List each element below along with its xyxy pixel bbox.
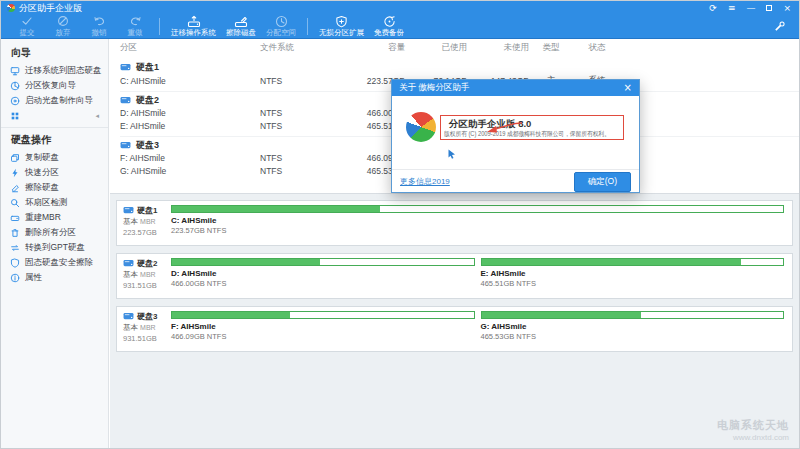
usage-fill bbox=[482, 259, 741, 265]
dialog-title: 关于 傲梅分区助手 bbox=[399, 82, 469, 94]
col-type: 类型 bbox=[529, 42, 573, 54]
wipe-disk-button[interactable]: 擦除磁盘 bbox=[226, 15, 256, 38]
app-window: 分区助手企业版 ⟳ ≡ — × 提交 放弃 撤销 重做 迁移操作 bbox=[0, 0, 800, 449]
more-grid-icon bbox=[10, 111, 20, 121]
disk-map-area: 硬盘1 基本 MBR 223.57GB C: AIHSmile 223.57GB… bbox=[110, 193, 799, 448]
minimize-button[interactable]: — bbox=[746, 1, 755, 15]
disk-size: 223.57GB bbox=[123, 228, 167, 237]
discard-button[interactable]: 放弃 bbox=[50, 15, 76, 38]
rebuild-mbr-icon bbox=[10, 213, 20, 223]
sidebar: 向导 迁移系统到固态硬盘 分区恢复向导 启动光盘制作向导 ◂ 硬盘操作 复制硬盘… bbox=[1, 39, 109, 448]
usage-fill bbox=[172, 312, 290, 318]
sidebar-section-wizards: 向导 bbox=[1, 42, 108, 63]
sidebar-item-copy-disk[interactable]: 复制硬盘 bbox=[1, 150, 108, 165]
disk-scheme: MBR bbox=[140, 324, 156, 331]
partition-block[interactable]: F: AIHSmile 466.09GB NTFS bbox=[171, 311, 475, 351]
disk-group-row[interactable]: 硬盘1 bbox=[120, 59, 799, 74]
hdd-icon bbox=[123, 259, 134, 268]
disk-name: 硬盘3 bbox=[137, 311, 157, 322]
disk-name: 硬盘2 bbox=[137, 258, 157, 269]
migrate-os-button[interactable]: 迁移操作系统 bbox=[171, 15, 216, 38]
hdd-icon bbox=[123, 206, 134, 215]
title-bar: 分区助手企业版 ⟳ ≡ — × bbox=[1, 1, 799, 15]
disk-scheme: MBR bbox=[140, 218, 156, 225]
magnifier-icon bbox=[10, 198, 20, 208]
partition-block[interactable]: E: AIHSmile 465.51GB NTFS bbox=[481, 258, 785, 298]
toolbar-separator bbox=[307, 18, 308, 35]
undo-button[interactable]: 撤销 bbox=[86, 15, 112, 38]
disk-panel-2[interactable]: 硬盘2 基本 MBR 931.51GB D: AIHSmile 466.00GB… bbox=[116, 253, 793, 299]
lightning-icon bbox=[10, 168, 20, 178]
col-unused: 未使用 bbox=[467, 42, 529, 54]
sidebar-item-migrate-to-ssd[interactable]: 迁移系统到固态硬盘 bbox=[1, 63, 108, 78]
redo-button[interactable]: 重做 bbox=[122, 15, 148, 38]
sidebar-item-delete-all-partitions[interactable]: 删除所有分区 bbox=[1, 225, 108, 240]
sidebar-item-quick-partition[interactable]: 快速分区 bbox=[1, 165, 108, 180]
sidebar-item-properties[interactable]: 属性 bbox=[1, 270, 108, 285]
apply-button[interactable]: 提交 bbox=[14, 15, 40, 38]
aomei-pie-logo bbox=[406, 112, 436, 142]
ok-button[interactable]: 确定(O) bbox=[574, 172, 631, 192]
sidebar-item-bad-sector-test[interactable]: 坏扇区检测 bbox=[1, 195, 108, 210]
collapse-arrow-icon[interactable]: ◂ bbox=[95, 112, 99, 120]
partition-block[interactable]: G: AIHSmile 465.53GB NTFS bbox=[481, 311, 785, 351]
disk-panel-1[interactable]: 硬盘1 基本 MBR 223.57GB C: AIHSmile 223.57GB… bbox=[116, 200, 793, 246]
free-backup-button[interactable]: 免费备份 bbox=[374, 15, 404, 38]
dialog-body: 分区助手企业版 8.0 版权所有 (C) 2009-2019 成都傲梅科技有限公… bbox=[392, 96, 639, 169]
usage-fill bbox=[172, 206, 380, 212]
usage-bar bbox=[171, 205, 784, 213]
disk-scheme: MBR bbox=[140, 271, 156, 278]
disk-name: 硬盘1 bbox=[137, 205, 157, 216]
backup-icon bbox=[383, 15, 396, 27]
discard-icon bbox=[57, 15, 69, 27]
disk-panel-3[interactable]: 硬盘3 基本 MBR 931.51GB F: AIHSmile 466.09GB… bbox=[116, 306, 793, 352]
hdd-icon bbox=[120, 96, 131, 105]
eraser-icon bbox=[10, 183, 20, 193]
partition-recovery-icon bbox=[10, 81, 20, 91]
app-logo-icon bbox=[7, 4, 15, 12]
migrate-ssd-icon bbox=[10, 66, 20, 76]
bootable-media-icon bbox=[10, 96, 20, 106]
annotation-arrow-icon bbox=[484, 120, 524, 138]
copyright-text: 版权所有 (C) 2009-2019 成都傲梅科技有限公司，保留所有权利。 bbox=[444, 130, 610, 139]
sidebar-item-bootable-media-wizard[interactable]: 启动光盘制作向导 bbox=[1, 93, 108, 108]
disk-style: 基本 bbox=[123, 323, 138, 332]
about-dialog: 关于 傲梅分区助手 × 分区助手企业版 8.0 版权所有 (C) 2009-20… bbox=[391, 79, 640, 193]
sidebar-item-more-wizards[interactable]: ◂ bbox=[1, 108, 108, 123]
sidebar-section-disk-operations: 硬盘操作 bbox=[1, 129, 108, 150]
disk-size: 931.51GB bbox=[123, 334, 167, 343]
sidebar-item-ssd-secure-erase[interactable]: 固态硬盘安全擦除 bbox=[1, 255, 108, 270]
sidebar-divider bbox=[1, 127, 108, 128]
table-header-row: 分区 文件系统 容量 已使用 未使用 类型 状态 bbox=[120, 41, 799, 55]
tools-wrench-icon[interactable] bbox=[774, 18, 785, 38]
sidebar-item-partition-recovery-wizard[interactable]: 分区恢复向导 bbox=[1, 78, 108, 93]
col-status: 状态 bbox=[573, 42, 621, 54]
disk-info: 硬盘2 基本 MBR 931.51GB bbox=[117, 254, 167, 298]
more-info-link[interactable]: 更多信息2019 bbox=[400, 176, 450, 187]
disk-size: 931.51GB bbox=[123, 281, 167, 290]
sidebar-item-wipe-disk[interactable]: 擦除硬盘 bbox=[1, 180, 108, 195]
partition-block[interactable]: D: AIHSmile 466.00GB NTFS bbox=[171, 258, 475, 298]
dialog-close-button[interactable]: × bbox=[624, 80, 632, 96]
shield-plus-icon bbox=[335, 15, 348, 27]
close-button[interactable]: × bbox=[783, 1, 791, 15]
allocate-space-button[interactable]: 分配空间 bbox=[266, 15, 296, 38]
trash-icon bbox=[10, 228, 20, 238]
cursor-icon bbox=[448, 145, 456, 163]
update-icon[interactable]: ⟳ bbox=[709, 1, 717, 15]
toolbar: 提交 放弃 撤销 重做 迁移操作系统 擦除磁盘 分配空间 bbox=[1, 15, 799, 39]
redo-icon bbox=[129, 15, 142, 27]
disk-style: 基本 bbox=[123, 270, 138, 279]
usage-fill bbox=[172, 259, 320, 265]
maximize-button[interactable] bbox=[766, 5, 772, 11]
lossless-extend-button[interactable]: 无损分区扩展 bbox=[319, 15, 364, 38]
sidebar-item-rebuild-mbr[interactable]: 重建MBR bbox=[1, 210, 108, 225]
sidebar-item-convert-to-gpt[interactable]: 转换到GPT硬盘 bbox=[1, 240, 108, 255]
check-icon bbox=[21, 15, 33, 27]
clock-icon bbox=[275, 15, 288, 27]
disk-info: 硬盘1 基本 MBR 223.57GB bbox=[117, 201, 167, 245]
dialog-title-bar: 关于 傲梅分区助手 × bbox=[392, 80, 639, 96]
partition-block[interactable]: C: AIHSmile 223.57GB NTFS bbox=[171, 205, 784, 245]
usage-bar bbox=[171, 258, 475, 266]
menu-icon[interactable]: ≡ bbox=[728, 1, 736, 15]
